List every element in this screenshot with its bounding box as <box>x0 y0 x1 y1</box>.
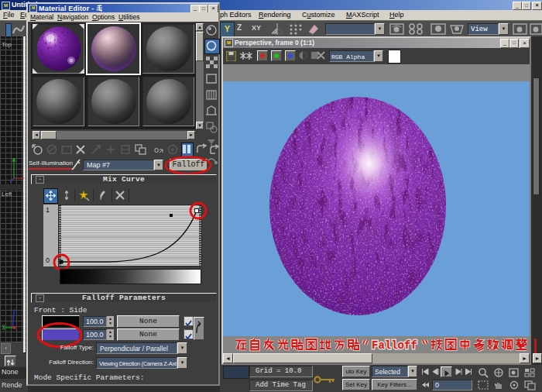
svg-text:o: o <box>154 145 159 154</box>
svg-text:Falloff: Falloff <box>372 339 417 352</box>
